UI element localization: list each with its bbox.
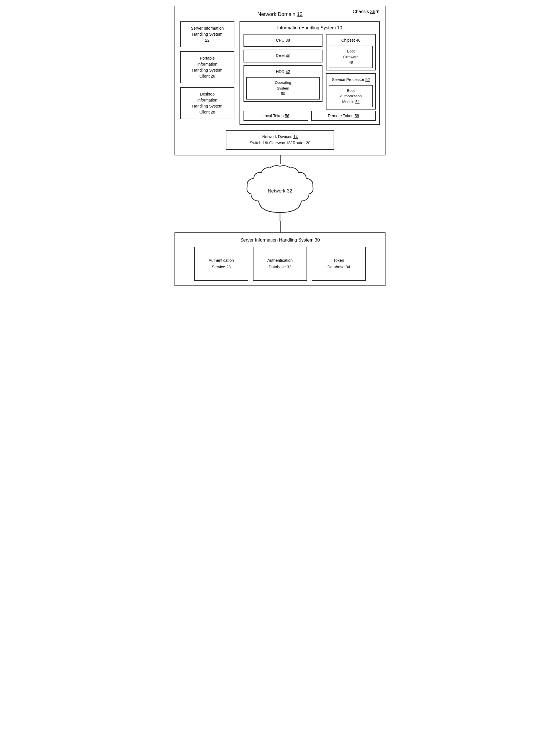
connector-top [280, 155, 281, 164]
client-portable-ihs-label: PortableInformationHandling SystemClient… [192, 56, 222, 78]
chassis-label: Chassis 36▼ [353, 9, 380, 14]
server-ihs-label: Server Information Handling System 30 [180, 238, 380, 243]
ihs-num: 10 [337, 25, 342, 30]
auth-service-box: AuthenticationService 28 [194, 247, 248, 281]
service-processor-box: Service Processor 52 BootAuthorizationMo… [326, 73, 376, 110]
client-portable-ihs: PortableInformationHandling SystemClient… [180, 51, 234, 83]
boot-firmware-label: BootFirmware48 [343, 49, 358, 64]
ihs-left-col: CPU 38 RAM 40 HDD 42 OperatingSystem50 [243, 34, 322, 110]
bottom-inner: AuthenticationService 28 AuthenticationD… [180, 247, 380, 281]
connector-bottom [280, 221, 281, 233]
remote-token-box: Remote Token 58 [311, 111, 376, 121]
token-db-box: TokenDatabase 34 [312, 247, 366, 281]
boot-auth-label: BootAuthorizationModule 54 [340, 88, 362, 104]
cloud-section: Network 32 [175, 155, 385, 233]
server-ihs-box: Server Information Handling System 30 Au… [175, 233, 385, 286]
ihs-label: Information Handling System 10 [243, 25, 376, 31]
cpu-box: CPU 38 [243, 34, 322, 47]
cloud-svg: Network 32 [243, 164, 317, 221]
client-desktop-ihs-label: DesktopInformationHandling SystemClient … [192, 92, 222, 114]
client-desktop-ihs: DesktopInformationHandling SystemClient … [180, 87, 234, 119]
ram-box: RAM 40 [243, 49, 322, 62]
left-clients: Server InformationHandling System22 Port… [180, 21, 234, 125]
os-label: OperatingSystem50 [275, 80, 291, 96]
client-server-ihs-label: Server InformationHandling System22 [191, 26, 223, 42]
network-domain-num: 12 [297, 12, 302, 17]
chipset-box: Chipset 46 BootFirmware48 [326, 34, 376, 71]
ihs-box: Information Handling System 10 CPU 38 RA… [240, 21, 380, 125]
network-devices-label: Network Devices 14Switch 16/ Gateway 18/… [250, 134, 310, 145]
diagram-container: Network Domain 12 Chassis 36▼ Server Inf… [175, 6, 385, 286]
token-db-label: TokenDatabase 34 [327, 257, 350, 270]
chassis-num: 36 [370, 9, 375, 14]
local-token-box: Local Token 56 [243, 111, 308, 121]
auth-db-box: AuthenticationDatabase 32 [253, 247, 307, 281]
network-domain-box: Network Domain 12 Chassis 36▼ Server Inf… [175, 6, 385, 155]
server-ihs-num: 30 [315, 238, 320, 242]
auth-service-label: AuthenticationService 28 [209, 257, 234, 270]
top-section: Server InformationHandling System22 Port… [180, 21, 380, 125]
client-server-ihs: Server InformationHandling System22 [180, 21, 234, 47]
hdd-box: HDD 42 OperatingSystem50 [243, 65, 322, 102]
ihs-inner-grid: CPU 38 RAM 40 HDD 42 OperatingSystem50 [243, 34, 376, 110]
network-domain-label: Network Domain 12 [180, 12, 380, 17]
token-row: Local Token 56 Remote Token 58 [243, 111, 376, 121]
cloud-label-text: Network 32 [268, 188, 292, 194]
ihs-right-col: Chipset 46 BootFirmware48 Service Proces… [326, 34, 376, 110]
network-devices-box: Network Devices 14Switch 16/ Gateway 18/… [226, 130, 334, 150]
auth-db-label: AuthenticationDatabase 32 [267, 257, 293, 270]
